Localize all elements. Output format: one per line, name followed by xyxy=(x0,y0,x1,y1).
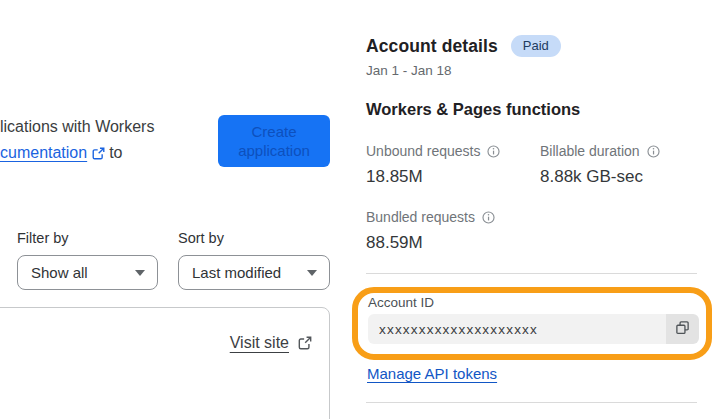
chevron-down-icon xyxy=(307,270,317,276)
stat-label-text: Bundled requests xyxy=(366,209,475,225)
application-card: Visit site xyxy=(0,307,330,419)
stat-label: Bundled requests xyxy=(366,209,495,225)
external-link-icon xyxy=(92,142,105,168)
copy-account-id-button[interactable] xyxy=(666,314,699,344)
intro-after-link: to xyxy=(109,144,122,161)
filter-by-label: Filter by xyxy=(17,230,69,246)
manage-api-tokens-link[interactable]: Manage API tokens xyxy=(367,365,497,382)
account-id-field-group xyxy=(368,314,699,344)
visit-site-label: Visit site xyxy=(230,334,289,352)
stat-value: 18.85M xyxy=(366,167,500,187)
divider xyxy=(366,402,697,403)
info-icon[interactable] xyxy=(482,211,495,224)
account-id-input[interactable] xyxy=(368,314,666,344)
stat-billable-duration: Billable duration 8.88k GB-sec xyxy=(540,143,660,187)
filter-dropdown[interactable]: Show all xyxy=(17,255,158,290)
stat-value: 8.88k GB-sec xyxy=(540,167,660,187)
account-details-header: Account details Paid xyxy=(366,35,561,57)
info-icon[interactable] xyxy=(487,145,500,158)
functions-section-title: Workers & Pages functions xyxy=(366,100,580,119)
sort-by-label: Sort by xyxy=(178,230,224,246)
billing-date-range: Jan 1 - Jan 18 xyxy=(366,63,452,78)
divider xyxy=(366,273,697,274)
account-id-label: Account ID xyxy=(368,295,434,310)
chevron-down-icon xyxy=(135,270,145,276)
intro-line2: cumentationto xyxy=(0,140,215,168)
account-details-title: Account details xyxy=(366,36,498,57)
stat-bundled-requests: Bundled requests 88.59M xyxy=(366,209,495,253)
stat-value: 88.59M xyxy=(366,233,495,253)
filter-dropdown-value: Show all xyxy=(31,264,88,281)
intro-text: lications with Workers cumentationto xyxy=(0,114,215,168)
workers-overview-pane: lications with Workers cumentationto Cre… xyxy=(0,0,350,419)
create-application-button[interactable]: Create application xyxy=(218,115,330,167)
paid-plan-badge: Paid xyxy=(511,35,561,57)
stat-unbound-requests: Unbound requests 18.85M xyxy=(366,143,500,187)
stat-label-text: Billable duration xyxy=(540,143,640,159)
intro-line1: lications with Workers xyxy=(0,114,215,140)
documentation-link[interactable]: cumentation xyxy=(0,144,87,161)
sort-dropdown-value: Last modified xyxy=(192,264,281,281)
copy-icon xyxy=(675,320,690,338)
info-icon[interactable] xyxy=(647,145,660,158)
stat-label: Billable duration xyxy=(540,143,660,159)
sort-dropdown[interactable]: Last modified xyxy=(178,255,330,290)
account-details-panel: Account details Paid Jan 1 - Jan 18 Work… xyxy=(366,0,718,419)
stat-label-text: Unbound requests xyxy=(366,143,480,159)
stat-label: Unbound requests xyxy=(366,143,500,159)
external-link-icon xyxy=(298,336,312,350)
visit-site-link[interactable]: Visit site xyxy=(230,334,312,352)
